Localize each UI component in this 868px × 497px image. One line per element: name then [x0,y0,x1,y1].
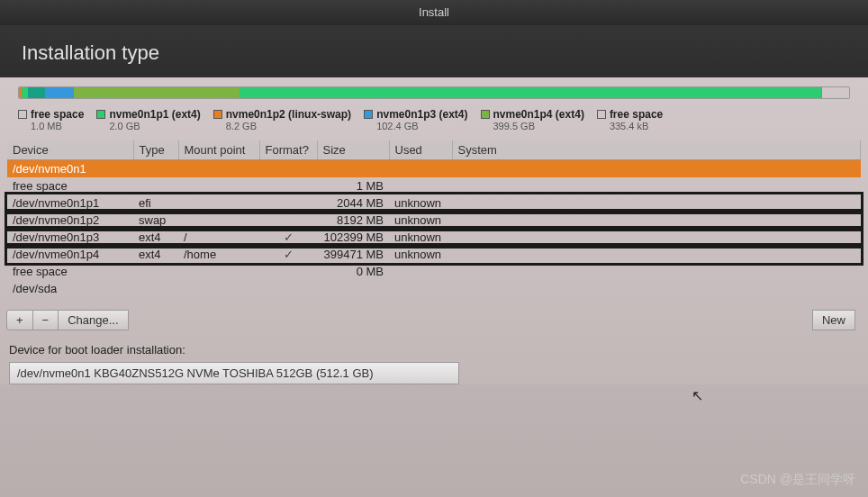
table-row[interactable]: free space1 MB [7,177,861,194]
cell: 2044 MB [317,194,389,212]
col-size[interactable]: Size [317,140,389,160]
legend-swatch-icon [364,110,373,119]
cell [389,280,452,297]
table-row[interactable]: /dev/nvme0n1p1efi2044 MBunknown [7,194,861,212]
legend-size: 2.0 GB [109,121,200,131]
cell: /dev/nvme0n1p2 [7,212,133,229]
cell: ext4 [133,246,178,263]
legend-label: nvme0n1p3 (ext4) [376,108,467,121]
legend-swatch-icon [18,110,27,119]
legend-item: nvme0n1p2 (linux-swap)8.2 GB [213,108,351,131]
legend-size: 1.0 MB [31,121,84,131]
cell [452,263,861,280]
cell: 0 MB [317,263,389,280]
usage-segment [240,87,820,98]
legend-item: nvme0n1p1 (ext4)2.0 GB [96,108,200,131]
cell [133,160,178,178]
cell [452,212,861,229]
new-partition-table-button[interactable]: New [812,310,855,330]
legend-size: 335.4 kB [610,121,663,131]
cell: 8192 MB [317,212,389,229]
col-system[interactable]: System [452,140,861,160]
cell: unknown [389,194,452,212]
cell [452,160,861,178]
cell: free space [7,177,133,194]
legend-item: nvme0n1p3 (ext4)102.4 GB [364,108,467,131]
col-format[interactable]: Format? [259,140,317,160]
cell [317,160,389,178]
cell [452,280,861,297]
bootloader-device-dropdown[interactable]: /dev/nvme0n1 KBG40ZNS512G NVMe TOSHIBA 5… [9,362,459,384]
table-header-row: Device Type Mount point Format? Size Use… [7,140,861,160]
cell: unknown [389,246,452,263]
cell: swap [133,212,178,229]
cell [259,194,317,212]
table-row[interactable]: /dev/nvme0n1p3ext4/✓102399 MBunknown [7,229,861,246]
cell: ✓ [259,229,317,246]
col-used[interactable]: Used [389,140,452,160]
legend-swatch-icon [481,110,490,119]
col-type[interactable]: Type [133,140,178,160]
usage-segment [821,87,823,98]
legend-size: 399.5 GB [493,121,584,131]
table-row[interactable]: /dev/nvme0n1p4ext4/home✓399471 MBunknown [7,246,861,263]
cell [133,177,178,194]
cell: efi [133,194,178,212]
cell [259,212,317,229]
cell: /dev/nvme0n1p1 [7,194,133,212]
cell [259,280,317,297]
table-row[interactable]: /dev/nvme0n1p2swap8192 MBunknown [7,212,861,229]
cell [178,280,259,297]
table-row[interactable]: /dev/sda [7,280,861,297]
legend-label: nvme0n1p2 (linux-swap) [226,108,351,121]
cell [452,246,861,263]
col-mount[interactable]: Mount point [178,140,259,160]
window-title: Install [419,5,449,19]
cell: /dev/nvme0n1p3 [7,229,133,246]
add-partition-button[interactable]: + [6,310,33,330]
legend-item: free space1.0 MB [18,108,84,131]
legend-label: free space [610,108,663,121]
legend-swatch-icon [96,110,105,119]
usage-segment [74,87,240,98]
col-device[interactable]: Device [7,140,133,160]
table-row[interactable]: /dev/nvme0n1 [7,160,861,178]
cell: / [178,229,259,246]
cell [259,177,317,194]
legend-size: 102.4 GB [376,121,467,131]
page-title: Installation type [22,41,159,64]
cell [178,177,259,194]
cell: ext4 [133,229,178,246]
legend-swatch-icon [213,110,222,119]
cell: free space [7,263,133,280]
partition-toolbar: + − Change... New [7,310,861,330]
cell: /dev/nvme0n1p4 [7,246,133,263]
cell [178,194,259,212]
cell [178,160,259,178]
change-partition-button[interactable]: Change... [58,310,128,330]
legend-swatch-icon [597,110,606,119]
cell: ✓ [259,246,317,263]
legend-label: nvme0n1p4 (ext4) [493,108,584,121]
partition-table[interactable]: Device Type Mount point Format? Size Use… [7,140,861,297]
watermark: CSDN @是王同学呀 [740,472,855,488]
legend-label: nvme0n1p1 (ext4) [109,108,200,121]
table-row[interactable]: free space0 MB [7,263,861,280]
remove-partition-button[interactable]: − [32,310,59,330]
cell [389,177,452,194]
cell: /dev/nvme0n1 [7,160,133,178]
cell: 102399 MB [317,229,389,246]
cell: /dev/sda [7,280,133,297]
cell [178,263,259,280]
cell [178,212,259,229]
cell [452,177,861,194]
cell: /home [178,246,259,263]
legend-label: free space [31,108,84,121]
cell [317,280,389,297]
cell: 1 MB [317,177,389,194]
cell [133,280,178,297]
cell [259,160,317,178]
cell [133,263,178,280]
cell [389,263,452,280]
titlebar: Install [0,0,868,25]
